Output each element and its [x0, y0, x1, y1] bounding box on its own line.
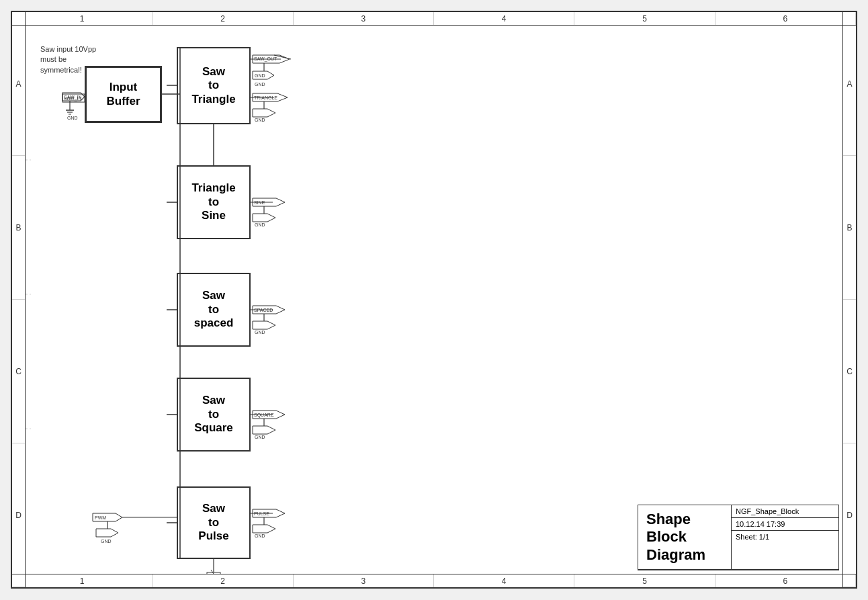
svg-text:GND: GND [255, 533, 265, 538]
svg-marker-36 [253, 214, 275, 222]
grid-bottom: 1 2 3 4 5 6 [12, 574, 856, 587]
svg-text:GND: GND [255, 222, 265, 227]
svg-text:SQUARE: SQUARE [254, 413, 274, 418]
svg-marker-42 [253, 321, 275, 329]
saw-square-block: SawtoSquare [177, 378, 251, 452]
svg-marker-27 [253, 93, 288, 101]
grid-row-b: B [12, 156, 25, 300]
svg-text:PULSE: PULSE [254, 511, 269, 516]
grid-row-rc: C [843, 300, 856, 443]
grid-row-c: C [12, 300, 25, 443]
grid-col-b4: 4 [434, 574, 574, 587]
svg-marker-4 [62, 93, 85, 101]
saw-triangle-block: SawtoTriangle [177, 47, 251, 124]
schematic-sheet: 1 2 3 4 5 6 1 2 3 4 5 6 A B C D A B C D … [11, 11, 857, 589]
date-row: 10.12.14 17:39 [732, 518, 838, 531]
grid-col-6: 6 [715, 12, 856, 25]
grid-col-b1: 1 [12, 574, 153, 587]
grid-row-a: A [12, 12, 25, 156]
svg-text:SINE: SINE [254, 200, 265, 205]
svg-line-64 [211, 570, 216, 574]
grid-top: 1 2 3 4 5 6 [12, 12, 856, 26]
svg-text:GND: GND [101, 539, 112, 544]
svg-marker-60 [96, 529, 118, 537]
grid-row-rb: B [843, 156, 856, 300]
saw-spaced-block: Sawtospaced [177, 273, 251, 347]
svg-text:SAW_IN: SAW_IN [64, 96, 82, 101]
svg-marker-20 [253, 55, 290, 63]
svg-text:GND: GND [67, 116, 78, 120]
svg-text:SAW_OUT: SAW_OUT [254, 56, 277, 62]
svg-rect-63 [207, 572, 220, 574]
triangle-sine-block: TriangletoSine [177, 165, 251, 239]
svg-marker-39 [253, 306, 285, 314]
svg-marker-54 [253, 525, 275, 533]
svg-marker-33 [253, 198, 285, 206]
svg-marker-45 [253, 411, 285, 419]
grid-col-b5: 5 [574, 574, 715, 587]
drawing-area: Saw input 10Vppmust besymmetrical! Input… [26, 26, 842, 574]
svg-text:GND: GND [255, 435, 265, 439]
grid-row-ra: A [843, 12, 856, 156]
svg-text:TRIANGLE: TRIANGLE [254, 95, 277, 100]
svg-text:GND: GND [255, 82, 265, 87]
svg-text:SAW_IN: SAW_IN [64, 95, 82, 100]
svg-text:PWM: PWM [95, 515, 106, 520]
saw-pulse-block: SawtoPulse [177, 486, 251, 559]
svg-marker-48 [253, 426, 275, 434]
grid-row-d: D [12, 443, 25, 587]
svg-line-19 [274, 55, 291, 59]
grid-col-5: 5 [574, 12, 715, 25]
grid-right: A B C D [842, 12, 856, 587]
grid-left: A B C D [12, 12, 26, 587]
svg-marker-56 [93, 513, 122, 521]
input-buffer-block: InputBuffer [85, 66, 162, 123]
svg-text:SPACED: SPACED [254, 308, 273, 312]
grid-row-rd: D [843, 443, 856, 587]
svg-text:GND: GND [255, 73, 265, 78]
svg-text:GND: GND [255, 118, 265, 122]
grid-col-3: 3 [294, 12, 434, 25]
svg-text:GND: GND [255, 330, 265, 335]
title-block: Shape Block Diagram NGF_Shape_Block 10.1… [638, 505, 839, 570]
grid-col-4: 4 [434, 12, 574, 25]
grid-col-b6: 6 [715, 574, 856, 587]
filename-row: NGF_Shape_Block [732, 505, 838, 518]
svg-marker-30 [253, 109, 275, 117]
grid-col-2: 2 [153, 12, 293, 25]
grid-col-1: 1 [12, 12, 153, 25]
grid-col-b3: 3 [294, 574, 434, 587]
sheet-num-row: Sheet: 1/1 [732, 531, 838, 543]
diagram-title: Shape Block Diagram [638, 505, 731, 569]
svg-marker-23 [253, 71, 274, 79]
svg-rect-1 [62, 94, 85, 102]
svg-marker-51 [253, 509, 285, 517]
grid-col-b2: 2 [153, 574, 293, 587]
